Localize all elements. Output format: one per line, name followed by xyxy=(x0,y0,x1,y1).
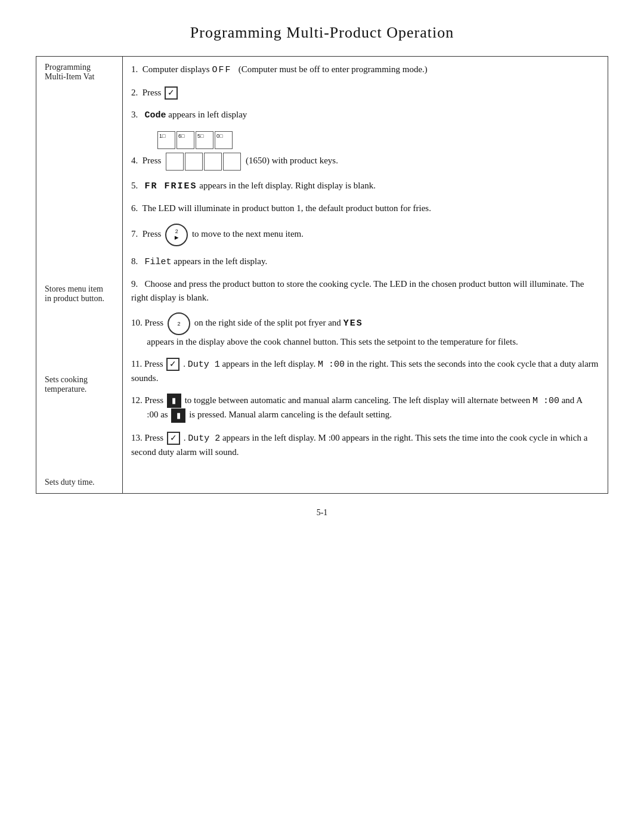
step-1: 1. Computer displays OFF (Computer must … xyxy=(131,63,599,78)
step-11-text3: appears in the left display. xyxy=(222,359,318,368)
step-8: 8. Filet appears in the left display. xyxy=(131,255,599,270)
checkmark-button-3[interactable]: ✓ xyxy=(167,432,180,445)
step-11-m: M :00 xyxy=(318,360,345,370)
step-13-duty: Duty 2 xyxy=(188,433,220,444)
step-6: 6. The LED will illuminate in product bu… xyxy=(131,202,599,215)
step-11: 11. Press ✓ . Duty 1 appears in the left… xyxy=(131,357,599,385)
step-13-text1: 13. Press xyxy=(131,433,166,442)
pkey-5: 5□ xyxy=(196,131,213,149)
checkmark-button-1[interactable]: ✓ xyxy=(165,86,178,100)
step-3-num: 3. xyxy=(131,110,143,119)
step-8-code: Filet xyxy=(145,257,172,267)
toggle-button-1[interactable]: ▮ xyxy=(167,394,181,408)
step-11-duty: Duty 1 xyxy=(188,360,220,370)
round-btn-inner-2: 2 xyxy=(177,321,180,327)
product-keys-inline xyxy=(166,153,241,171)
pkey-inline-4 xyxy=(223,153,241,171)
step-12-text5: is pressed. Manual alarm canceling is th… xyxy=(189,410,392,419)
page-title: Programming Multi-Product Operation xyxy=(36,24,608,42)
pkey-inline-3 xyxy=(204,153,222,171)
pkey-1: 1□ xyxy=(157,131,175,149)
round-btn-arrow: ► xyxy=(174,234,180,241)
left-label-multivat: Multi-Item Vat xyxy=(45,72,114,82)
step-2-num: 2. Press xyxy=(131,88,163,97)
left-label-stores1: Stores menu item xyxy=(45,284,114,294)
step-6-text: 6. The LED will illuminate in product bu… xyxy=(131,203,431,213)
step-8-num: 8. xyxy=(131,256,143,266)
step-3-text: appears in left display xyxy=(168,110,247,119)
step-13: 13. Press ✓ . Duty 2 appears in the left… xyxy=(131,431,599,459)
step-1-num: 1. Computer displays xyxy=(131,64,212,74)
step-12-m1: M :00 xyxy=(532,396,559,406)
main-table: Programming Multi-Item Vat Stores menu i… xyxy=(36,56,608,494)
step-5-code: FR FRIES xyxy=(145,181,197,191)
left-label-stores2: in product button. xyxy=(45,294,114,304)
toggle-button-2[interactable]: ▮ xyxy=(171,408,185,423)
checkmark-button-2[interactable]: ✓ xyxy=(166,358,179,371)
step-5-text: appears in the left display. Right displ… xyxy=(199,181,376,190)
step-1-text: (Computer must be off to enter programmi… xyxy=(234,64,428,74)
round-btn-inner: 2 ► xyxy=(174,229,180,241)
step-11-text1: 11. Press xyxy=(131,359,165,368)
right-column: 1. Computer displays OFF (Computer must … xyxy=(123,57,608,494)
step-9: 9. Choose and press the product button t… xyxy=(131,277,599,304)
pkey-6: 6□ xyxy=(177,131,194,149)
step-4: 1□ 6□ 5□ 0□ 4. Press (1650) with product… xyxy=(131,131,599,171)
round-btn-num-2: 2 xyxy=(177,321,180,327)
step-10-yes: YES xyxy=(343,319,363,329)
step-3: 3. Code appears in left display xyxy=(131,108,599,123)
step-12: 12. Press ▮ to toggle between automatic … xyxy=(131,394,599,423)
page-number: 5-1 xyxy=(36,508,608,518)
step-12-text3: and A xyxy=(562,395,583,405)
step-4-code: (1650) with product keys. xyxy=(246,156,338,165)
step-8-text: appears in the left display. xyxy=(174,256,267,266)
step-4-text1: 4. Press xyxy=(131,156,163,165)
step-5-num: 5. xyxy=(131,181,143,190)
product-keys-diagram: 1□ 6□ 5□ 0□ xyxy=(157,131,233,149)
pkey-0: 0□ xyxy=(215,131,233,149)
pkey-inline-2 xyxy=(185,153,203,171)
round-button-2[interactable]: 2 ► xyxy=(165,224,188,246)
step-2: 2. Press ✓ xyxy=(131,86,599,100)
step-10-text2: on the right side of the split pot fryer… xyxy=(194,318,343,328)
left-label-sets2: temperature. xyxy=(45,385,114,394)
step-10-text1: 10. Press xyxy=(131,318,166,328)
step-7-text2: to move to the next menu item. xyxy=(192,229,304,239)
step-1-off: OFF xyxy=(212,65,231,75)
round-button-2b[interactable]: 2 xyxy=(168,312,190,335)
step-12-text2: to toggle between automatic and manual a… xyxy=(185,395,532,405)
step-12-text1: 12. Press xyxy=(131,395,166,405)
left-label-duty: Sets duty time. xyxy=(45,478,114,487)
left-label-sets1: Sets cooking xyxy=(45,375,114,385)
step-9-text: 9. Choose and press the product button t… xyxy=(131,279,584,302)
pkey-inline-1 xyxy=(166,153,184,171)
left-column: Programming Multi-Item Vat Stores menu i… xyxy=(36,57,123,494)
step-7-text1: 7. Press xyxy=(131,229,163,239)
left-label-programming: Programming xyxy=(45,63,114,72)
step-10: 10. Press 2 on the right side of the spl… xyxy=(131,312,599,349)
step-10-text3: appears in the display above the cook ch… xyxy=(131,337,518,346)
step-3-code: Code xyxy=(145,110,166,120)
step-12-text4: :00 as xyxy=(131,410,170,419)
step-7: 7. Press 2 ► to move to the next menu it… xyxy=(131,224,599,246)
step-11-text2: . xyxy=(183,359,188,368)
step-5: 5. FR FRIES appears in the left display.… xyxy=(131,179,599,194)
